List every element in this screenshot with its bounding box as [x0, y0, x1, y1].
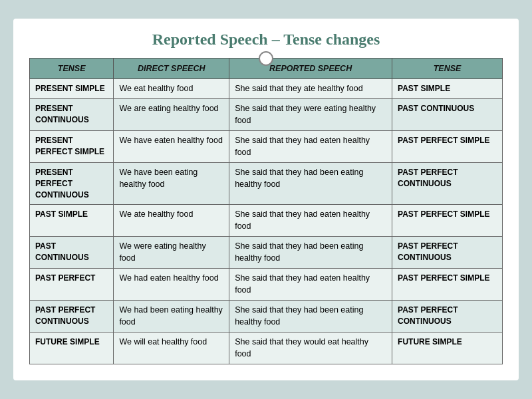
cell-tense: PRESENT SIMPLE	[30, 78, 114, 99]
cell-tense2: PAST CONTINUOUS	[392, 99, 503, 131]
table-row: PAST CONTINUOUSWe were eating healthy fo…	[30, 237, 503, 269]
table-row: PRESENT PERFECT CONTINUOUSWe have been e…	[30, 163, 503, 205]
cell-tense2: PAST PERFECT CONTINUOUS	[392, 301, 503, 332]
circle-decoration	[259, 51, 273, 66]
cell-reported-speech: She said that they had eaten healthy foo…	[229, 131, 392, 163]
cell-tense2: PAST PERFECT SIMPLE	[392, 205, 503, 237]
cell-direct-speech: We had eaten healthy food	[114, 269, 229, 301]
cell-reported-speech: She said that they ate healthy food	[229, 78, 392, 99]
table-row: PAST PERFECT CONTINUOUSWe had been eatin…	[30, 301, 503, 332]
table-row: PAST SIMPLEWe ate healthy foodShe said t…	[30, 205, 503, 237]
cell-direct-speech: We eat healthy food	[114, 78, 229, 99]
card: Reported Speech – Tense changes TENSE DI…	[13, 19, 519, 381]
tense-table: TENSE DIRECT SPEECH REPORTED SPEECH TENS…	[29, 58, 503, 365]
cell-tense2: FUTURE SIMPLE	[392, 332, 503, 364]
cell-direct-speech: We will eat healthy food	[114, 332, 229, 364]
cell-reported-speech: She said that they had been eating healt…	[229, 163, 392, 205]
header-reported-speech: REPORTED SPEECH	[229, 58, 392, 78]
cell-tense2: PAST SIMPLE	[392, 78, 503, 99]
cell-direct-speech: We are eating healthy food	[114, 99, 229, 131]
table-row: PAST PERFECTWe had eaten healthy foodShe…	[30, 269, 503, 301]
cell-tense: PAST CONTINUOUS	[30, 237, 114, 269]
cell-direct-speech: We had been eating healthy food	[114, 301, 229, 332]
cell-tense: PAST SIMPLE	[30, 205, 114, 237]
cell-reported-speech: She said that they had eaten healthy foo…	[229, 269, 392, 301]
cell-tense: FUTURE SIMPLE	[30, 332, 114, 364]
table-row: PRESENT PERFECT SIMPLEWe have eaten heal…	[30, 131, 503, 163]
cell-reported-speech: She said that they had eaten healthy foo…	[229, 205, 392, 237]
table-row: FUTURE SIMPLEWe will eat healthy foodShe…	[30, 332, 503, 364]
cell-reported-speech: She said that they would eat healthy foo…	[229, 332, 392, 364]
cell-direct-speech: We ate healthy food	[114, 205, 229, 237]
header-tense2: TENSE	[392, 58, 503, 78]
header-direct-speech: DIRECT SPEECH	[114, 58, 229, 78]
cell-tense2: PAST PERFECT CONTINUOUS	[392, 237, 503, 269]
table-row: PRESENT CONTINUOUSWe are eating healthy …	[30, 99, 503, 131]
cell-tense: PRESENT CONTINUOUS	[30, 99, 114, 131]
cell-direct-speech: We were eating healthy food	[114, 237, 229, 269]
table-wrapper: TENSE DIRECT SPEECH REPORTED SPEECH TENS…	[29, 58, 503, 365]
cell-tense2: PAST PERFECT SIMPLE	[392, 269, 503, 301]
cell-reported-speech: She said that they had been eating healt…	[229, 237, 392, 269]
cell-tense2: PAST PERFECT CONTINUOUS	[392, 163, 503, 205]
cell-reported-speech: She said that they had been eating healt…	[229, 301, 392, 332]
cell-direct-speech: We have eaten healthy food	[114, 131, 229, 163]
cell-tense: PRESENT PERFECT SIMPLE	[30, 131, 114, 163]
cell-tense: PRESENT PERFECT CONTINUOUS	[30, 163, 114, 205]
cell-direct-speech: We have been eating healthy food	[114, 163, 229, 205]
page-title: Reported Speech – Tense changes	[29, 31, 503, 49]
table-row: PRESENT SIMPLEWe eat healthy foodShe sai…	[30, 78, 503, 99]
cell-tense: PAST PERFECT CONTINUOUS	[30, 301, 114, 332]
cell-tense: PAST PERFECT	[30, 269, 114, 301]
cell-tense2: PAST PERFECT SIMPLE	[392, 131, 503, 163]
header-tense: TENSE	[30, 58, 114, 78]
cell-reported-speech: She said that they were eating healthy f…	[229, 99, 392, 131]
